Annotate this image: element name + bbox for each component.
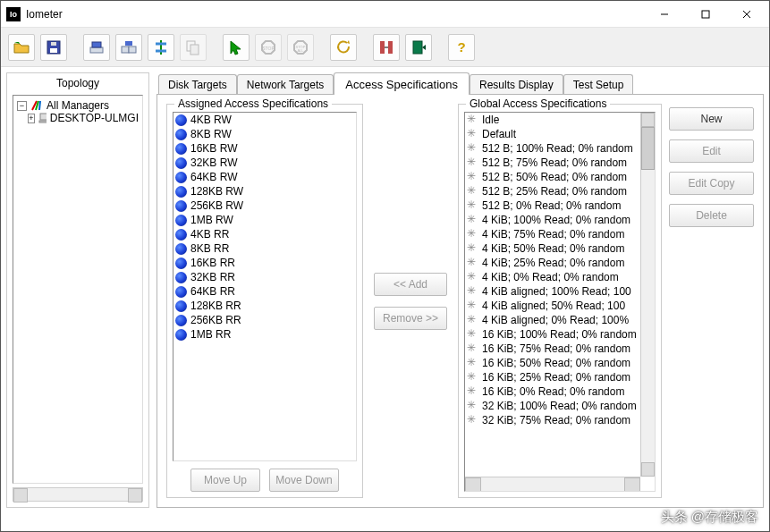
spec-icon (467, 229, 478, 241)
list-item[interactable]: 16KB RR (173, 256, 356, 270)
delete-button[interactable]: Delete (669, 204, 754, 227)
tab-test-setup[interactable]: Test Setup (563, 74, 634, 94)
duplicate-worker-button[interactable] (115, 34, 142, 61)
list-item[interactable]: 32KB RW (173, 156, 356, 170)
edit-copy-button[interactable]: Edit Copy (669, 172, 754, 195)
list-item[interactable]: 4 KiB; 100% Read; 0% random (465, 213, 640, 227)
list-item-label: 256KB RW (190, 199, 243, 212)
expand-icon[interactable]: + (28, 114, 35, 123)
list-item-label: 32 KiB; 75% Read; 0% random (482, 414, 630, 426)
stop-all-button[interactable]: STOPALL (287, 34, 314, 61)
list-item[interactable]: 8KB RW (173, 127, 356, 141)
list-item[interactable]: 16KB RW (173, 141, 356, 156)
list-item[interactable]: 512 B; 100% Read; 0% random (465, 141, 640, 156)
maximize-button[interactable] (685, 2, 726, 27)
list-item-label: 4 KiB; 100% Read; 0% random (482, 214, 630, 226)
svg-rect-10 (129, 46, 136, 53)
spec-icon (467, 415, 478, 426)
app-icon: Io (6, 7, 21, 21)
list-item-label: 1MB RR (190, 328, 231, 341)
open-button[interactable] (8, 34, 35, 61)
global-vscroll[interactable] (640, 113, 655, 477)
list-item[interactable]: 64KB RR (173, 284, 356, 299)
list-item[interactable]: Default (465, 127, 640, 141)
list-item[interactable]: 16 KiB; 100% Read; 0% random (465, 327, 640, 342)
svg-rect-28 (40, 114, 47, 120)
list-item[interactable]: 512 B; 25% Read; 0% random (465, 184, 640, 198)
add-button[interactable]: << Add (374, 273, 447, 296)
stop-button[interactable]: STOP (255, 34, 282, 61)
list-item[interactable]: 4KB RR (173, 227, 356, 241)
tab-disk-targets[interactable]: Disk Targets (158, 74, 237, 94)
global-hscroll[interactable] (465, 477, 640, 491)
list-item-label: 64KB RW (190, 171, 237, 183)
list-item[interactable]: 4 KiB; 75% Read; 0% random (465, 227, 640, 241)
list-item[interactable]: 128KB RR (173, 299, 356, 313)
list-item[interactable]: 1MB RR (173, 327, 356, 342)
list-item[interactable]: 512 B; 50% Read; 0% random (465, 170, 640, 184)
global-listbox[interactable]: IdleDefault512 B; 100% Read; 0% random51… (464, 112, 656, 492)
tab-results-display[interactable]: Results Display (470, 74, 563, 94)
list-item[interactable]: 32KB RR (173, 270, 356, 284)
list-item[interactable]: 512 B; 75% Read; 0% random (465, 156, 640, 170)
reset-button[interactable] (330, 34, 357, 61)
tab-access-specifications[interactable]: Access Specifications (334, 72, 470, 95)
spec-icon (467, 386, 478, 398)
close-button[interactable] (726, 2, 767, 27)
spec-icon (175, 114, 187, 126)
start-button[interactable] (223, 34, 250, 61)
list-item[interactable]: 4 KiB; 25% Read; 0% random (465, 256, 640, 270)
network-worker-button[interactable] (148, 34, 174, 61)
spec-icon (467, 186, 478, 198)
managers-icon (30, 99, 43, 112)
list-item[interactable]: 4 KiB aligned; 50% Read; 100 (465, 299, 640, 313)
minimize-button[interactable] (644, 2, 685, 27)
list-item[interactable]: 4KB RW (173, 113, 356, 127)
assigned-listbox[interactable]: 4KB RW8KB RW16KB RW32KB RW64KB RW128KB R… (173, 112, 357, 461)
spec-icon (467, 129, 478, 140)
save-button[interactable] (40, 34, 67, 61)
list-item[interactable]: 128KB RW (173, 184, 356, 198)
assigned-legend: Assigned Access Specifications (174, 97, 332, 110)
list-item[interactable]: 256KB RW (173, 198, 356, 213)
tree-root-label: All Managers (47, 99, 109, 112)
tree-child[interactable]: + DESKTOP-ULMGI (17, 112, 139, 124)
list-item[interactable]: 4 KiB aligned; 0% Read; 100% (465, 313, 640, 327)
list-item[interactable]: 16 KiB; 25% Read; 0% random (465, 370, 640, 384)
tab-network-targets[interactable]: Network Targets (237, 74, 334, 94)
tree-root[interactable]: − All Managers (17, 99, 139, 112)
list-item[interactable]: 32 KiB; 100% Read; 0% random (465, 399, 640, 413)
help-button[interactable]: ? (448, 34, 475, 61)
list-item-label: 32 KiB; 100% Read; 0% random (482, 400, 637, 412)
list-item[interactable]: 64KB RW (173, 170, 356, 184)
topology-tree[interactable]: − All Managers + DESKTOP-ULMGI (13, 95, 143, 484)
list-item[interactable]: 16 KiB; 75% Read; 0% random (465, 342, 640, 356)
compact-button[interactable] (373, 34, 400, 61)
list-item[interactable]: 32 KiB; 75% Read; 0% random (465, 413, 640, 427)
expand-icon[interactable]: − (17, 101, 27, 111)
list-item[interactable]: Idle (465, 113, 640, 127)
list-item[interactable]: 16 KiB; 50% Read; 0% random (465, 356, 640, 370)
svg-rect-8 (92, 42, 101, 47)
list-item[interactable]: 8KB RR (173, 241, 356, 256)
copy-button[interactable] (180, 34, 207, 61)
svg-rect-11 (125, 41, 132, 46)
list-item[interactable]: 4 KiB aligned; 100% Read; 100 (465, 284, 640, 299)
remove-button[interactable]: Remove >> (374, 307, 447, 330)
list-item[interactable]: 16 KiB; 0% Read; 0% random (465, 384, 640, 399)
new-worker-button[interactable] (83, 34, 110, 61)
list-item[interactable]: 512 B; 0% Read; 0% random (465, 198, 640, 213)
move-up-button[interactable]: Move Up (190, 469, 260, 492)
svg-rect-20 (380, 41, 385, 54)
list-item[interactable]: 4 KiB; 50% Read; 0% random (465, 241, 640, 256)
move-down-button[interactable]: Move Down (269, 469, 339, 492)
edit-button[interactable]: Edit (669, 139, 754, 163)
topology-hscroll[interactable] (13, 487, 143, 502)
exit-button[interactable] (405, 34, 432, 61)
list-item[interactable]: 4 KiB; 0% Read; 0% random (465, 270, 640, 284)
list-item-label: 512 B; 0% Read; 0% random (482, 199, 621, 212)
list-item[interactable]: 1MB RW (173, 213, 356, 227)
spec-icon (175, 172, 187, 183)
list-item[interactable]: 256KB RR (173, 313, 356, 327)
new-button[interactable]: New (669, 107, 754, 131)
